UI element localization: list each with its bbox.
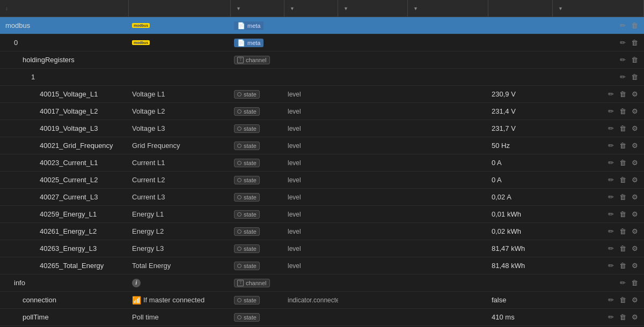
settings-button[interactable]: ⚙ xyxy=(630,243,640,254)
delete-button[interactable]: 🗑 xyxy=(618,123,628,133)
delete-button[interactable]: 🗑 xyxy=(630,278,640,288)
header-rolle[interactable]: ▼ xyxy=(284,0,338,17)
cell-rolle: level xyxy=(284,137,338,154)
table-row[interactable]: pollTime Poll time state410 ms ✏ 🗑 ⚙ xyxy=(0,309,644,326)
delete-button[interactable]: 🗑 xyxy=(630,72,640,82)
row-id-text: 40261_Energy_L2 xyxy=(40,227,97,235)
table-row[interactable]: 1 ✏ 🗑 xyxy=(0,69,644,86)
table-row[interactable]: 40021_Grid_Frequency Grid Frequency stat… xyxy=(0,137,644,154)
edit-button[interactable]: ✏ xyxy=(606,140,616,151)
cell-raum xyxy=(338,51,408,68)
cell-name: Energy L2 xyxy=(129,223,231,240)
table-row[interactable]: 40019_Voltage_L3 Voltage L3 statelevel23… xyxy=(0,120,644,137)
cell-typ: state xyxy=(231,137,284,154)
edit-button[interactable]: ✏ xyxy=(606,175,616,185)
edit-button[interactable]: ✏ xyxy=(606,89,616,99)
cell-id: 40027_Current_L3 xyxy=(0,189,129,205)
cell-wert xyxy=(488,69,553,85)
delete-button[interactable]: 🗑 xyxy=(618,209,628,219)
cell-id: 40265_Total_Energy xyxy=(0,257,129,274)
settings-button[interactable]: ⚙ xyxy=(630,123,640,133)
header-name[interactable] xyxy=(129,0,231,17)
settings-button[interactable]: ⚙ xyxy=(630,261,640,271)
table-row[interactable]: 40259_Energy_L1 Energy L1 statelevel0,01… xyxy=(0,206,644,223)
edit-button[interactable]: ✏ xyxy=(606,158,616,168)
header-raum[interactable]: ▼ xyxy=(338,0,408,17)
cell-typ: state xyxy=(231,292,284,308)
delete-button[interactable]: 🗑 xyxy=(618,106,628,116)
cell-actions: ✏ 🗑 ⚙ xyxy=(553,140,644,151)
settings-button[interactable]: ⚙ xyxy=(630,192,640,202)
raum-dropdown-icon: ▼ xyxy=(343,6,348,11)
table-row[interactable]: 40015_Voltage_L1 Voltage L1 statelevel23… xyxy=(0,86,644,103)
header-typ[interactable]: ▼ xyxy=(231,0,284,17)
edit-button[interactable]: ✏ xyxy=(618,278,627,288)
row-id-text: 40017_Voltage_L2 xyxy=(40,107,98,115)
edit-button[interactable]: ✏ xyxy=(618,55,627,65)
delete-button[interactable]: 🗑 xyxy=(618,140,628,151)
cell-rolle: level xyxy=(284,86,338,102)
settings-button[interactable]: ⚙ xyxy=(630,312,640,322)
delete-button[interactable]: 🗑 xyxy=(618,226,628,236)
table-row[interactable]: 40261_Energy_L2 Energy L2 statelevel0,02… xyxy=(0,223,644,240)
edit-button[interactable]: ✏ xyxy=(606,295,616,305)
edit-button[interactable]: ✏ xyxy=(606,312,616,322)
table-row[interactable]: 0 modbus 📄meta ✏ 🗑 xyxy=(0,34,644,51)
settings-button[interactable]: ⚙ xyxy=(630,175,640,185)
edit-button[interactable]: ✏ xyxy=(606,243,616,254)
delete-button[interactable]: 🗑 xyxy=(618,175,628,185)
cell-typ: 📄meta xyxy=(231,17,284,34)
header-funktion[interactable]: ▼ xyxy=(408,0,488,17)
cell-id: holdingRegisters xyxy=(0,51,129,68)
row-id-text: pollTime xyxy=(23,313,49,321)
settings-button[interactable]: ⚙ xyxy=(630,140,640,151)
delete-button[interactable]: 🗑 xyxy=(618,192,628,202)
table-row[interactable]: 40263_Energy_L3 Energy L3 statelevel81,4… xyxy=(0,240,644,257)
edit-button[interactable]: ✏ xyxy=(606,106,616,116)
typ-dropdown-icon: ▼ xyxy=(236,6,241,11)
table-row[interactable]: 40017_Voltage_L2 Voltage L2 statelevel23… xyxy=(0,103,644,120)
delete-button[interactable]: 🗑 xyxy=(618,89,628,99)
cell-raum xyxy=(338,34,408,51)
settings-button[interactable]: ⚙ xyxy=(630,295,640,305)
delete-button[interactable]: 🗑 xyxy=(618,243,628,254)
table-row[interactable]: 40027_Current_L3 Current L3 statelevel0,… xyxy=(0,189,644,206)
table-row[interactable]: connection 📶 If master connected statein… xyxy=(0,292,644,309)
row-id-text: 40019_Voltage_L3 xyxy=(40,124,98,132)
delete-button[interactable]: 🗑 xyxy=(618,312,628,322)
table-row[interactable]: modbus modbus 📄meta ✏ 🗑 xyxy=(0,17,644,34)
settings-button[interactable]: ⚙ xyxy=(630,158,640,168)
table-row[interactable]: info i ⊤channel ✏ 🗑 xyxy=(0,274,644,292)
settings-button[interactable]: ⚙ xyxy=(630,106,640,116)
name-label: Current L2 xyxy=(132,176,165,184)
settings-button[interactable]: ⚙ xyxy=(630,209,640,219)
row-id-text: 40023_Current_L1 xyxy=(40,159,98,167)
edit-button[interactable]: ✏ xyxy=(618,72,627,82)
header-wert[interactable] xyxy=(488,0,553,17)
delete-button[interactable]: 🗑 xyxy=(630,20,640,31)
cell-actions: ✏ 🗑 ⚙ xyxy=(553,89,644,99)
table-row[interactable]: holdingRegisters ⊤channel ✏ 🗑 xyxy=(0,51,644,69)
edit-button[interactable]: ✏ xyxy=(618,38,627,48)
delete-button[interactable]: 🗑 xyxy=(618,158,628,168)
table-row[interactable]: 40025_Current_L2 Current L2 statelevel0 … xyxy=(0,172,644,189)
delete-button[interactable]: 🗑 xyxy=(630,55,640,65)
delete-button[interactable]: 🗑 xyxy=(618,295,628,305)
header-einstellung[interactable]: ▼ xyxy=(553,0,644,17)
name-label: Energy L3 xyxy=(132,244,164,252)
edit-button[interactable]: ✏ xyxy=(618,20,627,31)
edit-button[interactable]: ✏ xyxy=(606,192,616,202)
edit-button[interactable]: ✏ xyxy=(606,209,616,219)
table-row[interactable]: 40265_Total_Energy Total Energy statelev… xyxy=(0,257,644,274)
cell-wert: 0 A xyxy=(488,172,553,188)
delete-button[interactable]: 🗑 xyxy=(618,261,628,271)
header-id[interactable]: ↕ xyxy=(0,0,129,17)
settings-button[interactable]: ⚙ xyxy=(630,226,640,236)
edit-button[interactable]: ✏ xyxy=(606,261,616,271)
delete-button[interactable]: 🗑 xyxy=(630,38,640,48)
edit-button[interactable]: ✏ xyxy=(606,123,616,133)
cell-name: Current L3 xyxy=(129,189,231,205)
table-row[interactable]: 40023_Current_L1 Current L1 statelevel0 … xyxy=(0,154,644,172)
edit-button[interactable]: ✏ xyxy=(606,226,616,236)
settings-button[interactable]: ⚙ xyxy=(630,89,640,99)
